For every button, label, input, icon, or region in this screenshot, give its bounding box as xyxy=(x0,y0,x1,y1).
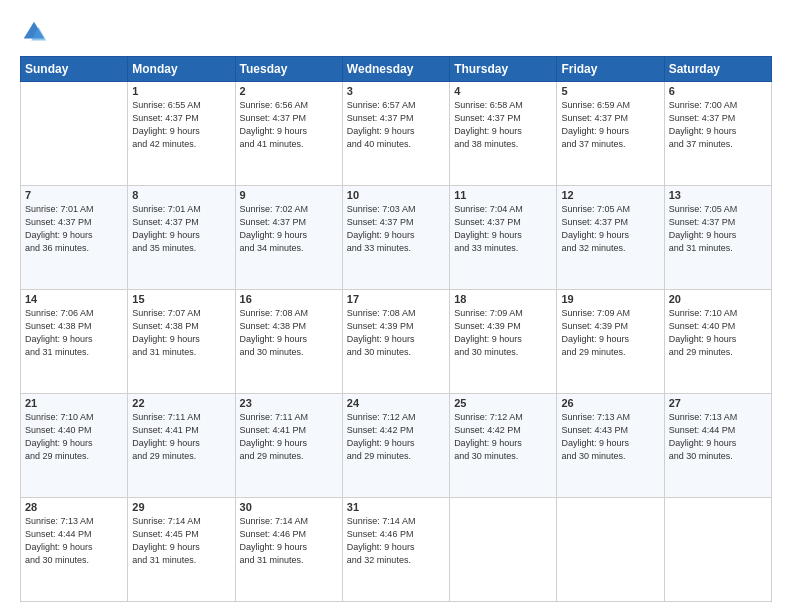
day-info: Sunrise: 7:14 AM Sunset: 4:46 PM Dayligh… xyxy=(347,515,445,567)
day-number: 16 xyxy=(240,293,338,305)
calendar-cell: 8Sunrise: 7:01 AM Sunset: 4:37 PM Daylig… xyxy=(128,186,235,290)
calendar-week-2: 14Sunrise: 7:06 AM Sunset: 4:38 PM Dayli… xyxy=(21,290,772,394)
calendar-cell: 11Sunrise: 7:04 AM Sunset: 4:37 PM Dayli… xyxy=(450,186,557,290)
day-number: 11 xyxy=(454,189,552,201)
calendar-header-tuesday: Tuesday xyxy=(235,57,342,82)
day-number: 22 xyxy=(132,397,230,409)
calendar-cell xyxy=(450,498,557,602)
day-info: Sunrise: 7:02 AM Sunset: 4:37 PM Dayligh… xyxy=(240,203,338,255)
day-info: Sunrise: 7:05 AM Sunset: 4:37 PM Dayligh… xyxy=(561,203,659,255)
calendar-cell: 14Sunrise: 7:06 AM Sunset: 4:38 PM Dayli… xyxy=(21,290,128,394)
day-number: 23 xyxy=(240,397,338,409)
day-info: Sunrise: 7:14 AM Sunset: 4:45 PM Dayligh… xyxy=(132,515,230,567)
day-number: 2 xyxy=(240,85,338,97)
calendar-week-3: 21Sunrise: 7:10 AM Sunset: 4:40 PM Dayli… xyxy=(21,394,772,498)
day-info: Sunrise: 7:01 AM Sunset: 4:37 PM Dayligh… xyxy=(132,203,230,255)
day-number: 18 xyxy=(454,293,552,305)
calendar-cell: 4Sunrise: 6:58 AM Sunset: 4:37 PM Daylig… xyxy=(450,82,557,186)
calendar-cell: 28Sunrise: 7:13 AM Sunset: 4:44 PM Dayli… xyxy=(21,498,128,602)
day-number: 27 xyxy=(669,397,767,409)
calendar-cell: 2Sunrise: 6:56 AM Sunset: 4:37 PM Daylig… xyxy=(235,82,342,186)
calendar-cell: 16Sunrise: 7:08 AM Sunset: 4:38 PM Dayli… xyxy=(235,290,342,394)
calendar-cell: 30Sunrise: 7:14 AM Sunset: 4:46 PM Dayli… xyxy=(235,498,342,602)
day-info: Sunrise: 6:59 AM Sunset: 4:37 PM Dayligh… xyxy=(561,99,659,151)
calendar-cell: 5Sunrise: 6:59 AM Sunset: 4:37 PM Daylig… xyxy=(557,82,664,186)
day-number: 12 xyxy=(561,189,659,201)
day-info: Sunrise: 7:08 AM Sunset: 4:38 PM Dayligh… xyxy=(240,307,338,359)
day-info: Sunrise: 7:13 AM Sunset: 4:44 PM Dayligh… xyxy=(669,411,767,463)
calendar-table: SundayMondayTuesdayWednesdayThursdayFrid… xyxy=(20,56,772,602)
calendar-cell: 26Sunrise: 7:13 AM Sunset: 4:43 PM Dayli… xyxy=(557,394,664,498)
calendar-cell xyxy=(557,498,664,602)
day-number: 13 xyxy=(669,189,767,201)
day-number: 31 xyxy=(347,501,445,513)
calendar-header-sunday: Sunday xyxy=(21,57,128,82)
calendar-week-4: 28Sunrise: 7:13 AM Sunset: 4:44 PM Dayli… xyxy=(21,498,772,602)
day-info: Sunrise: 7:13 AM Sunset: 4:44 PM Dayligh… xyxy=(25,515,123,567)
calendar-cell: 29Sunrise: 7:14 AM Sunset: 4:45 PM Dayli… xyxy=(128,498,235,602)
day-number: 25 xyxy=(454,397,552,409)
day-number: 3 xyxy=(347,85,445,97)
day-info: Sunrise: 7:10 AM Sunset: 4:40 PM Dayligh… xyxy=(669,307,767,359)
calendar-header-row: SundayMondayTuesdayWednesdayThursdayFrid… xyxy=(21,57,772,82)
day-number: 30 xyxy=(240,501,338,513)
calendar-header-saturday: Saturday xyxy=(664,57,771,82)
calendar-cell: 19Sunrise: 7:09 AM Sunset: 4:39 PM Dayli… xyxy=(557,290,664,394)
day-info: Sunrise: 6:55 AM Sunset: 4:37 PM Dayligh… xyxy=(132,99,230,151)
calendar-cell: 13Sunrise: 7:05 AM Sunset: 4:37 PM Dayli… xyxy=(664,186,771,290)
header xyxy=(20,18,772,46)
calendar-cell: 20Sunrise: 7:10 AM Sunset: 4:40 PM Dayli… xyxy=(664,290,771,394)
day-number: 8 xyxy=(132,189,230,201)
day-number: 10 xyxy=(347,189,445,201)
day-info: Sunrise: 7:06 AM Sunset: 4:38 PM Dayligh… xyxy=(25,307,123,359)
day-number: 17 xyxy=(347,293,445,305)
calendar-cell: 12Sunrise: 7:05 AM Sunset: 4:37 PM Dayli… xyxy=(557,186,664,290)
day-number: 19 xyxy=(561,293,659,305)
day-info: Sunrise: 7:00 AM Sunset: 4:37 PM Dayligh… xyxy=(669,99,767,151)
day-info: Sunrise: 7:04 AM Sunset: 4:37 PM Dayligh… xyxy=(454,203,552,255)
calendar-cell: 31Sunrise: 7:14 AM Sunset: 4:46 PM Dayli… xyxy=(342,498,449,602)
day-number: 9 xyxy=(240,189,338,201)
calendar-cell: 23Sunrise: 7:11 AM Sunset: 4:41 PM Dayli… xyxy=(235,394,342,498)
day-info: Sunrise: 7:09 AM Sunset: 4:39 PM Dayligh… xyxy=(561,307,659,359)
day-number: 20 xyxy=(669,293,767,305)
day-info: Sunrise: 6:56 AM Sunset: 4:37 PM Dayligh… xyxy=(240,99,338,151)
day-info: Sunrise: 7:11 AM Sunset: 4:41 PM Dayligh… xyxy=(240,411,338,463)
day-info: Sunrise: 7:01 AM Sunset: 4:37 PM Dayligh… xyxy=(25,203,123,255)
calendar-week-1: 7Sunrise: 7:01 AM Sunset: 4:37 PM Daylig… xyxy=(21,186,772,290)
calendar-cell: 27Sunrise: 7:13 AM Sunset: 4:44 PM Dayli… xyxy=(664,394,771,498)
day-number: 15 xyxy=(132,293,230,305)
calendar-cell: 25Sunrise: 7:12 AM Sunset: 4:42 PM Dayli… xyxy=(450,394,557,498)
calendar-cell: 22Sunrise: 7:11 AM Sunset: 4:41 PM Dayli… xyxy=(128,394,235,498)
calendar-header-monday: Monday xyxy=(128,57,235,82)
day-info: Sunrise: 7:14 AM Sunset: 4:46 PM Dayligh… xyxy=(240,515,338,567)
day-number: 5 xyxy=(561,85,659,97)
calendar-cell xyxy=(664,498,771,602)
calendar-cell: 24Sunrise: 7:12 AM Sunset: 4:42 PM Dayli… xyxy=(342,394,449,498)
day-number: 6 xyxy=(669,85,767,97)
day-number: 21 xyxy=(25,397,123,409)
logo-icon xyxy=(20,18,48,46)
day-number: 29 xyxy=(132,501,230,513)
calendar-header-friday: Friday xyxy=(557,57,664,82)
day-info: Sunrise: 7:03 AM Sunset: 4:37 PM Dayligh… xyxy=(347,203,445,255)
calendar-week-0: 1Sunrise: 6:55 AM Sunset: 4:37 PM Daylig… xyxy=(21,82,772,186)
calendar-cell xyxy=(21,82,128,186)
day-number: 24 xyxy=(347,397,445,409)
calendar-cell: 7Sunrise: 7:01 AM Sunset: 4:37 PM Daylig… xyxy=(21,186,128,290)
calendar-cell: 1Sunrise: 6:55 AM Sunset: 4:37 PM Daylig… xyxy=(128,82,235,186)
day-number: 28 xyxy=(25,501,123,513)
logo xyxy=(20,18,52,46)
day-number: 4 xyxy=(454,85,552,97)
day-number: 7 xyxy=(25,189,123,201)
day-info: Sunrise: 7:10 AM Sunset: 4:40 PM Dayligh… xyxy=(25,411,123,463)
calendar-header-wednesday: Wednesday xyxy=(342,57,449,82)
calendar-cell: 10Sunrise: 7:03 AM Sunset: 4:37 PM Dayli… xyxy=(342,186,449,290)
day-info: Sunrise: 7:12 AM Sunset: 4:42 PM Dayligh… xyxy=(347,411,445,463)
day-info: Sunrise: 7:09 AM Sunset: 4:39 PM Dayligh… xyxy=(454,307,552,359)
day-info: Sunrise: 7:12 AM Sunset: 4:42 PM Dayligh… xyxy=(454,411,552,463)
day-info: Sunrise: 7:08 AM Sunset: 4:39 PM Dayligh… xyxy=(347,307,445,359)
day-info: Sunrise: 6:57 AM Sunset: 4:37 PM Dayligh… xyxy=(347,99,445,151)
calendar-cell: 18Sunrise: 7:09 AM Sunset: 4:39 PM Dayli… xyxy=(450,290,557,394)
page: SundayMondayTuesdayWednesdayThursdayFrid… xyxy=(0,0,792,612)
